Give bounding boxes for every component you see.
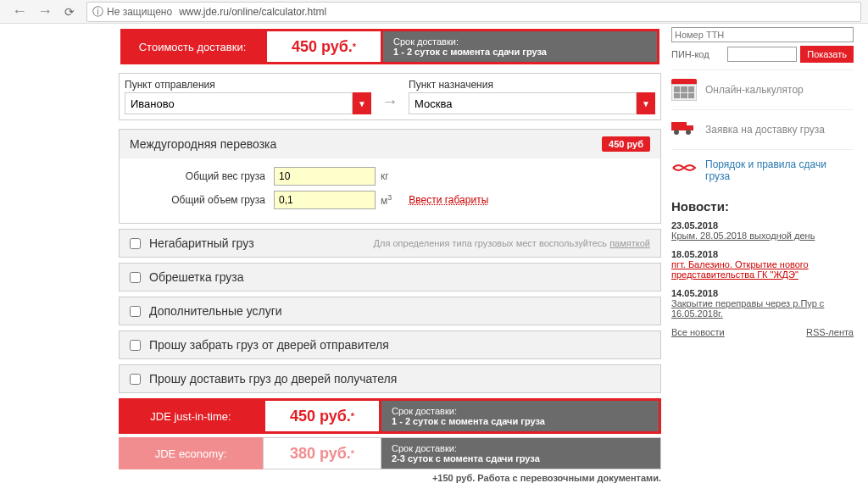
eco-time: Срок доставки: 2-3 суток с момента сдачи… [381,437,661,469]
side-rules[interactable]: Порядок и правила сдачи груза [671,149,854,191]
truck-icon [671,119,697,141]
surcharge-note: +150 руб. Работа с перевозочными докумен… [119,473,661,483]
insecure-label: Не защищено [92,4,172,19]
volume-label: Общий объем груза [130,194,274,206]
news-item: 23.05.2018Крым. 28.05.2018 выходной день [671,220,854,241]
news-link[interactable]: Закрытие переправы через р.Пур с 16.05.2… [671,298,824,319]
additional-checkbox[interactable] [130,306,141,317]
all-news-link[interactable]: Все новости [671,327,725,337]
dimensions-link[interactable]: Ввести габариты [409,194,488,206]
jit-time: Срок доставки: 1 - 2 суток с момента сда… [379,398,661,434]
back-button[interactable]: ← [7,3,32,20]
route-arrow-icon: → [378,92,402,114]
oversized-hint: Для определения типа грузовых мест воспо… [374,238,650,248]
reload-button[interactable]: ⟳ [58,5,81,19]
volume-input[interactable] [274,191,376,209]
browser-toolbar: ← → ⟳ Не защищено www.jde.ru/online/calc… [0,0,868,24]
pickup-panel: Прошу забрать груз от дверей отправителя [119,330,661,359]
news-item: 18.05.2018пгт. Балезино. Открытие нового… [671,249,854,280]
side-request[interactable]: Заявка на доставку груза [671,109,854,149]
svg-point-2 [674,130,679,135]
calculator-icon [671,79,697,101]
news-item: 14.05.2018Закрытие переправы через р.Пур… [671,288,854,319]
pin-input[interactable] [727,47,797,62]
rules-link[interactable]: Порядок и правила сдачи груза [705,158,854,182]
news-link[interactable]: пгт. Балезино. Открытие нового представи… [671,259,809,280]
volume-unit: м3 [381,193,392,207]
cost-value: 450 руб.* [264,29,383,64]
to-label: Пункт назначения [409,79,655,91]
svg-point-3 [686,130,691,135]
news-date: 18.05.2018 [671,249,854,259]
delivery-checkbox[interactable] [130,374,141,385]
svg-rect-1 [687,125,693,130]
ttn-input[interactable] [671,27,854,42]
url-text: www.jde.ru/online/calculator.html [179,6,326,18]
delivery-value: 1 - 2 суток с момента сдачи груза [393,47,647,57]
handshake-icon [671,159,697,181]
pin-label: ПИН-код [671,49,724,59]
intercity-title: Междугородняя перевозка [130,137,276,151]
track-lookup: ПИН-код Показать [671,27,854,63]
jit-price: 450 руб.* [263,398,381,434]
oversized-checkbox[interactable] [130,238,141,249]
crating-checkbox[interactable] [130,272,141,283]
show-button[interactable]: Показать [800,46,854,63]
to-input[interactable] [409,92,637,114]
delivery-panel: Прошу доставить груз до дверей получател… [119,364,661,393]
crating-label: Обрешетка груза [149,270,244,284]
svg-rect-0 [671,122,687,130]
result-eco: JDE economy: 380 руб.* Срок доставки: 2-… [119,437,661,469]
weight-input[interactable] [274,167,376,186]
news-date: 14.05.2018 [671,288,854,298]
calc-link[interactable]: Онлайн-калькулятор [705,84,804,96]
from-label: Пункт отправления [125,79,371,91]
pickup-checkbox[interactable] [130,340,141,351]
news-heading: Новости: [671,199,854,214]
delivery-label: Прошу доставить груз до дверей получател… [149,372,397,386]
forward-button[interactable]: → [32,3,58,20]
from-input[interactable] [125,92,353,114]
crating-panel: Обрешетка груза [119,263,661,291]
additional-panel: Дополнительные услуги [119,297,661,325]
weight-label: Общий вес груза [130,170,274,182]
jit-label: JDE just-in-time: [119,398,263,434]
from-dropdown-icon[interactable]: ▼ [353,92,371,114]
eco-price: 380 руб.* [263,437,381,469]
cost-label: Стоимость доставки: [120,29,264,64]
oversized-panel: Негабаритный груз Для определения типа г… [119,229,661,258]
route-selector: Пункт отправления ▼ → Пункт назначения ▼ [119,73,661,120]
news-link[interactable]: Крым. 28.05.2018 выходной день [671,230,815,241]
intercity-price-badge: 450 руб [602,136,650,152]
side-calc[interactable]: Онлайн-калькулятор [671,69,854,109]
weight-unit: кг [381,170,389,182]
to-dropdown-icon[interactable]: ▼ [637,92,655,114]
oversized-label: Негабаритный груз [149,236,254,250]
additional-label: Дополнительные услуги [149,304,282,318]
eco-label: JDE economy: [119,437,263,469]
news-date: 23.05.2018 [671,220,854,230]
delivery-time-box: Срок доставки: 1 - 2 суток с момента сда… [381,29,659,64]
rss-link[interactable]: RSS-лента [806,327,854,337]
result-jit: JDE just-in-time: 450 руб.* Срок доставк… [119,398,661,434]
cost-summary: Стоимость доставки: 450 руб.* Срок доста… [119,27,661,66]
intercity-panel: Междугородняя перевозка 450 руб Общий ве… [119,129,661,224]
url-bar[interactable]: Не защищено www.jde.ru/online/calculator… [86,2,861,22]
pickup-label: Прошу забрать груз от дверей отправителя [149,338,389,352]
request-link[interactable]: Заявка на доставку груза [705,124,825,136]
oversized-hint-link[interactable]: памяткой [609,238,650,248]
delivery-title: Срок доставки: [393,36,647,47]
